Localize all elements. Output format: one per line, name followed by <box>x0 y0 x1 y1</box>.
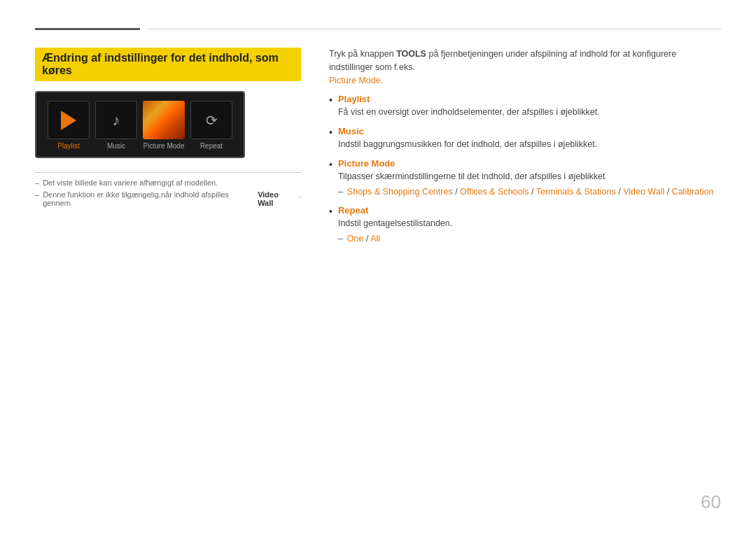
page-container: Ændring af indstillinger for det indhold… <box>0 0 756 534</box>
picture-mode-label: Picture Mode <box>144 142 185 150</box>
repeat-sub-item: – One / All <box>338 232 721 246</box>
notes-section: Det viste billede kan variere afhængigt … <box>35 172 301 207</box>
bullet-desc-music: Indstil baggrungsmusikken for det indhol… <box>338 138 721 151</box>
player-item-repeat: ⟳ Repeat <box>190 101 232 150</box>
picture-mode-sub-item: – Shops & Shopping Centres / Offices & S… <box>338 185 721 199</box>
bullet-picture-mode: • Picture Mode Tilpasser skærmindstillin… <box>329 158 721 199</box>
intro-text-before: Tryk på knappen <box>329 49 396 59</box>
bullet-dot-4: • <box>329 205 332 219</box>
bullet-desc-picture-mode: Tilpasser skærmindstillingerne til det i… <box>338 170 721 183</box>
picture-mode-options: Shops & Shopping Centres / Offices & Sch… <box>347 185 714 199</box>
note-bold-videowall: Video Wall <box>258 190 295 207</box>
videowall-link: Video Wall <box>623 187 664 197</box>
player-item-picture: Picture Mode <box>143 101 185 150</box>
bullet-desc-playlist: Få vist en oversigt over indholdselement… <box>338 106 721 119</box>
playlist-icon-inner <box>48 101 89 139</box>
repeat-arrows-icon: ⟳ <box>206 112 218 129</box>
music-note-icon: ♪ <box>113 111 120 129</box>
all-link: All <box>370 234 380 244</box>
left-column: Ændring af indstillinger for det indhold… <box>35 48 301 253</box>
bullet-playlist: • Playlist Få vist en oversigt over indh… <box>329 94 721 119</box>
bullet-repeat: • Repeat Indstil gentagelsestilistanden.… <box>329 205 721 246</box>
bullet-dot-2: • <box>329 126 332 140</box>
note-item-2: Denne funktion er ikke tilgængelig,når i… <box>35 190 301 207</box>
bullet-title-playlist: Playlist <box>338 94 721 104</box>
repeat-options: One / All <box>347 232 380 246</box>
sub-dash-icon: – <box>338 185 343 199</box>
shops-link: Shops & Shopping Centres <box>347 187 453 197</box>
tools-label: TOOLS <box>396 49 426 59</box>
bullet-content-repeat: Repeat Indstil gentagelsestilistanden. –… <box>338 205 721 246</box>
note-text-1: Det viste billede kan variere afhængigt … <box>43 178 218 187</box>
bullet-content-playlist: Playlist Få vist en oversigt over indhol… <box>338 94 721 119</box>
intro-paragraph: Tryk på knappen TOOLS på fjernbetjeninge… <box>329 48 721 87</box>
music-icon-box: ♪ <box>95 101 137 139</box>
player-icons: Playlist ♪ Music Picture Mo <box>43 101 237 150</box>
playlist-icon-box <box>48 101 90 139</box>
repeat-icon-box: ⟳ <box>190 101 232 139</box>
line-short <box>35 28 140 30</box>
terminals-link: Terminals & Stations <box>536 187 616 197</box>
playlist-label: Playlist <box>57 142 80 150</box>
line-long <box>147 29 721 29</box>
note-text-2-before: Denne funktion er ikke tilgængelig,når i… <box>43 190 254 207</box>
offices-link: Offices & Schools <box>460 187 528 197</box>
bullet-music: • Music Indstil baggrungsmusikken for de… <box>329 126 721 151</box>
bullet-dot-3: • <box>329 158 332 172</box>
sub-dash-repeat-icon: – <box>338 232 343 246</box>
music-label: Music <box>107 142 125 150</box>
right-column: Tryk på knappen TOOLS på fjernbetjeninge… <box>329 48 721 253</box>
player-item-music: ♪ Music <box>95 101 137 150</box>
picture-icon-box <box>143 101 185 139</box>
player-ui: Playlist ♪ Music Picture Mo <box>35 91 245 158</box>
player-item-playlist: Playlist <box>48 101 90 150</box>
note-text-2-after: . <box>299 190 301 207</box>
section-title: Ændring af indstillinger for det indhold… <box>35 48 301 81</box>
bullet-content-music: Music Indstil baggrungsmusikken for det … <box>338 126 721 151</box>
repeat-sub-list: – One / All <box>338 232 721 246</box>
one-link: One <box>347 234 364 244</box>
separator-4: / <box>667 187 672 197</box>
separator-2: / <box>531 187 536 197</box>
page-number: 60 <box>701 491 721 513</box>
bullet-dot-1: • <box>329 94 332 108</box>
bullet-title-picture-mode: Picture Mode <box>338 158 721 169</box>
bullet-content-picture-mode: Picture Mode Tilpasser skærmindstillinge… <box>338 158 721 199</box>
picture-mode-sub-list: – Shops & Shopping Centres / Offices & S… <box>338 185 721 199</box>
bullet-list: • Playlist Få vist en oversigt over indh… <box>329 94 721 246</box>
calibration-link: Calibration <box>672 187 714 197</box>
play-triangle-icon <box>61 111 76 130</box>
top-lines <box>35 28 721 30</box>
bullet-title-repeat: Repeat <box>338 205 721 216</box>
note-item-1: Det viste billede kan variere afhængigt … <box>35 178 301 187</box>
bullet-title-music: Music <box>338 126 721 136</box>
repeat-label: Repeat <box>200 142 223 150</box>
picture-mode-link: Picture Mode. <box>329 76 383 85</box>
picture-image-icon <box>143 101 185 139</box>
bullet-desc-repeat: Indstil gentagelsestilistanden. <box>338 217 721 230</box>
